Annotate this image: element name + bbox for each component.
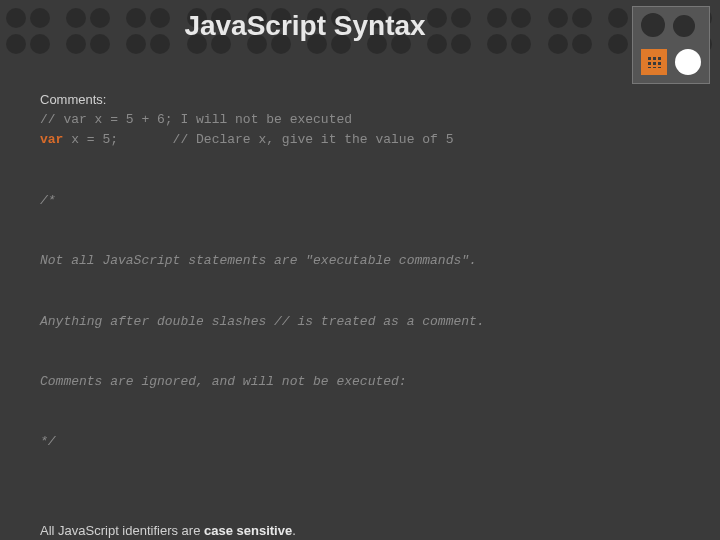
logo-icon: [632, 6, 710, 84]
text-bold: case sensitive: [204, 523, 292, 538]
code-var-rest: x = 5;: [63, 132, 118, 147]
code-var-declaration: var x = 5; // Declare x, give it the val…: [40, 130, 680, 150]
case-sensitive-text: All JavaScript identifiers are case sens…: [40, 521, 680, 540]
code-commented-line: // var x = 5 + 6; I will not be executed: [40, 110, 680, 130]
block-comment-line: /*: [40, 191, 680, 211]
slide-title: JavaScript Syntax: [0, 10, 610, 42]
slide: JavaScript Syntax Comments: // var x = 5…: [0, 0, 720, 540]
block-comment-line: */: [40, 432, 680, 452]
slide-content: Comments: // var x = 5 + 6; I will not b…: [40, 90, 680, 540]
comments-heading: Comments:: [40, 90, 680, 110]
text-fragment: All JavaScript identifiers are: [40, 523, 204, 538]
code-block-comment: /* Not all JavaScript statements are "ex…: [40, 150, 680, 492]
code-var-inline-comment: // Declare x, give it the value of 5: [118, 132, 453, 147]
block-comment-line: Anything after double slashes // is trea…: [40, 312, 680, 332]
keyword-var: var: [40, 132, 63, 147]
text-fragment: .: [292, 523, 296, 538]
block-comment-line: Not all JavaScript statements are "execu…: [40, 251, 680, 271]
block-comment-line: Comments are ignored, and will not be ex…: [40, 372, 680, 392]
